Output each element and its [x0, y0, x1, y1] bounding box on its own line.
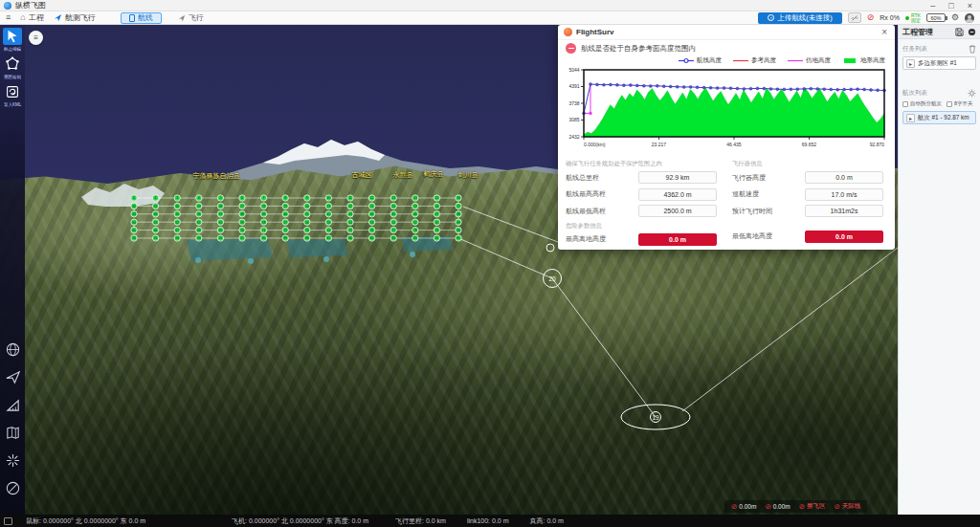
survey-area-item[interactable]: ▸ 多边形测区 #1	[902, 56, 976, 70]
plane-icon[interactable]	[4, 369, 21, 384]
edit-tools-group: 航点编辑测区绘制导入KML	[0, 28, 25, 107]
svg-text:57: 57	[283, 221, 287, 225]
field-label: 预计飞行时间	[732, 207, 805, 216]
svg-text:14: 14	[413, 196, 417, 200]
svg-text:72: 72	[283, 229, 287, 232]
waypoint-cluster[interactable]: 1234567891011121314151617181920212223242…	[131, 195, 461, 241]
checkbox-8字开关[interactable]: 8字开关	[947, 100, 973, 107]
mode-menu[interactable]: 航测飞行	[54, 12, 96, 23]
map-toggle[interactable]: ⊘禁飞区	[799, 502, 826, 511]
svg-text:2: 2	[155, 196, 157, 200]
map-icon[interactable]	[4, 425, 21, 440]
svg-text:17: 17	[457, 205, 460, 209]
flightsurv-app-icon	[564, 28, 572, 36]
link-button[interactable]	[848, 12, 861, 23]
field-label: 最低离地高度	[732, 231, 805, 241]
true-height: 真高: 0.0 m	[530, 516, 564, 526]
compass-icon[interactable]	[4, 480, 21, 495]
expand-icon[interactable]: ▸	[906, 114, 915, 122]
field-label: 航线最高高程	[566, 189, 638, 199]
svg-text:60: 60	[218, 221, 222, 225]
checkbox-自动拆分航次[interactable]: 自动拆分航次	[902, 100, 942, 107]
collapse-icon[interactable]	[968, 28, 976, 36]
tab-label: 飞行	[189, 12, 204, 23]
svg-text:78: 78	[413, 229, 417, 232]
svg-text:20: 20	[391, 205, 395, 209]
tab-route[interactable]: 航线	[121, 12, 162, 24]
window-titlebar: 纵横飞图 –□×	[0, 0, 980, 11]
close-button[interactable]: ×	[968, 1, 972, 11]
tool-import[interactable]: 导入KML	[2, 83, 23, 107]
link-icon	[851, 14, 858, 22]
globe-icon[interactable]	[4, 341, 21, 357]
upload-route-button[interactable]: ↑ 上传航线(未连接)	[758, 12, 842, 24]
app-logo-icon	[4, 2, 11, 10]
main-area: 宁蒗彝族自治县古城区永胜县鹤庆县剑川县 12345678910111213141…	[0, 25, 980, 515]
svg-text:83: 83	[413, 236, 417, 240]
field-label: 巡航速度	[732, 189, 805, 199]
expand-icon[interactable]: ▸	[906, 59, 915, 68]
center-icon[interactable]	[4, 452, 21, 468]
svg-text:94: 94	[175, 236, 179, 240]
save-icon[interactable]	[955, 28, 964, 36]
tab-flight[interactable]: 飞行	[169, 12, 212, 24]
tool-polygon[interactable]: 测区绘制	[2, 55, 23, 79]
hamburger-menu-icon[interactable]: ≡	[6, 13, 11, 22]
svg-text:42: 42	[326, 212, 330, 216]
task-list-label: 任务列表	[902, 45, 927, 54]
prohibit-icon: ⊘	[799, 503, 805, 511]
maximize-button[interactable]: □	[948, 1, 953, 11]
svg-text:43: 43	[348, 212, 352, 216]
survey-area-label: 多边形测区 #1	[918, 59, 957, 68]
svg-text:80: 80	[457, 229, 460, 232]
view-tools-group	[0, 341, 25, 495]
svg-text:21: 21	[370, 205, 374, 209]
home-menu[interactable]: ⌂ 工程	[20, 12, 43, 23]
field-value: 17.0 m/s	[805, 188, 883, 201]
home-label: 工程	[29, 12, 44, 23]
svg-text:64: 64	[132, 221, 136, 225]
settings-gear-icon[interactable]: ⚙	[951, 13, 959, 22]
svg-text:25: 25	[283, 205, 287, 209]
map-toggle[interactable]: ⊘天际线	[835, 502, 861, 511]
field-label: 最高离地高度	[566, 234, 638, 244]
svg-text:31: 31	[154, 205, 158, 209]
measure-icon[interactable]	[4, 397, 21, 412]
map-stat-label: 0.00m	[739, 503, 756, 510]
layers-menu-button[interactable]: ≡	[29, 31, 43, 45]
legend-label: 地形高度	[860, 56, 885, 65]
field-row: 航线最高高程4362.0 m	[566, 188, 719, 201]
close-icon[interactable]: ×	[880, 27, 889, 37]
map-status-strip: ⊘0.00m⊘0.00m⊘禁飞区⊘天际线	[724, 500, 867, 513]
sortie-list-label: 航次列表	[902, 89, 927, 98]
svg-text:95: 95	[154, 236, 158, 240]
tab-strip: 航线飞行	[121, 12, 212, 24]
loiter-circles[interactable]	[544, 244, 691, 429]
svg-text:76: 76	[370, 229, 374, 232]
plane-icon	[178, 14, 186, 22]
svg-text:34: 34	[154, 212, 158, 216]
svg-text:69: 69	[218, 229, 222, 232]
task-list-section: 任务列表	[902, 45, 976, 54]
record-disabled-icon[interactable]: ⊘	[867, 13, 875, 22]
chart-legend: 航线高度参考高度仿地高度地形高度	[558, 55, 895, 66]
sortie-item[interactable]: ▸ 航次 #1 - 92.87 km	[902, 111, 976, 124]
svg-text:70: 70	[240, 229, 244, 232]
battery-indicator: 60%	[926, 13, 946, 22]
svg-text:89: 89	[283, 236, 287, 240]
svg-text:15: 15	[434, 196, 438, 200]
field-row: 飞行器高度0.0 m	[732, 171, 885, 184]
user-avatar[interactable]	[965, 13, 974, 23]
svg-text:96: 96	[132, 236, 136, 240]
svg-text:55: 55	[326, 221, 330, 225]
legend-item: 航线高度	[679, 56, 722, 65]
svg-text:38: 38	[240, 212, 244, 216]
svg-text:68: 68	[197, 229, 201, 232]
gear-icon[interactable]	[968, 89, 976, 98]
trash-icon[interactable]	[969, 45, 976, 54]
svg-text:53: 53	[370, 221, 374, 225]
minimize-button[interactable]: –	[930, 1, 935, 11]
svg-text:62: 62	[175, 221, 179, 225]
tool-select[interactable]: 航点编辑	[2, 28, 23, 52]
svg-text:2432: 2432	[568, 134, 579, 140]
